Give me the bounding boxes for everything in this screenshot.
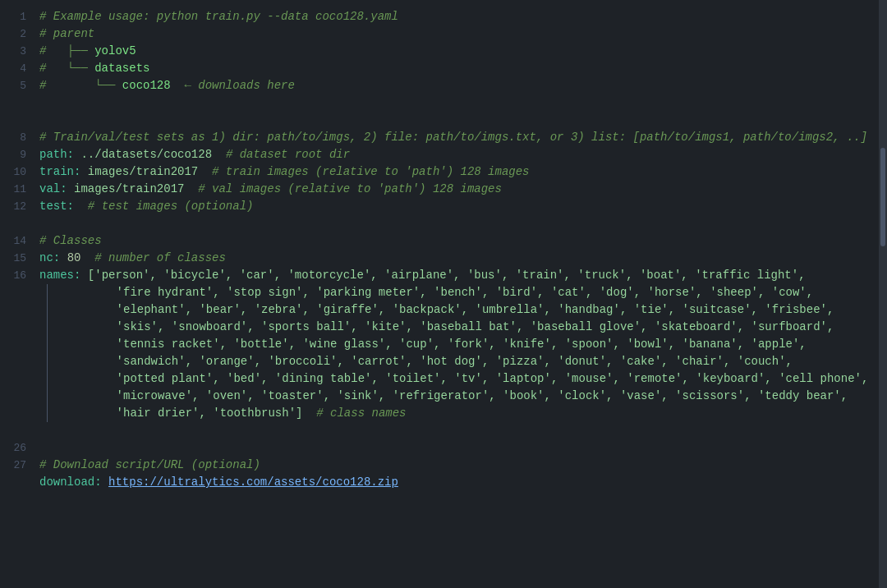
names-block-container: 'fire hydrant', 'stop sign', 'parking me… — [39, 284, 871, 422]
nc-comment: # number of classes — [94, 250, 226, 267]
code-line-3: # ├── yolov5 — [39, 43, 871, 60]
download-key: download: — [39, 474, 102, 491]
download-space — [102, 474, 108, 491]
line-numbers: 1 2 3 4 5 8 9 10 11 12 14 15 16 26 27 — [0, 0, 33, 588]
code-line-empty-5 — [39, 439, 871, 457]
code-line-empty-3 — [39, 215, 871, 232]
code-line-4: # └── datasets — [39, 60, 871, 77]
names-values-1: ['person', 'bicycle', 'car', 'motorcycle… — [88, 267, 806, 284]
train-key: train: — [39, 163, 80, 181]
code-line-12: test: # test images (optional) — [39, 198, 871, 215]
code-line-2: # parent — [39, 25, 871, 43]
scrollbar-thumb[interactable] — [880, 148, 885, 246]
comment-coco128-prefix: # └── — [39, 77, 122, 94]
code-line-18: 'elephant', 'bear', 'zebra', 'giraffe', … — [54, 301, 871, 319]
train-space2 — [198, 163, 212, 181]
names-lines: 'fire hydrant', 'stop sign', 'parking me… — [54, 284, 871, 422]
names-space — [80, 267, 87, 284]
code-line-empty-1 — [39, 94, 871, 112]
comment-usage: # Example usage: python train.py --data … — [39, 8, 398, 25]
test-comment: # test images (optional) — [88, 198, 254, 215]
names-values-7: 'potted plant', 'bed', 'dining table', '… — [54, 370, 868, 388]
editor-container: 1 2 3 4 5 8 9 10 11 12 14 15 16 26 27 # … — [0, 0, 887, 588]
names-values-9-prefix: 'hair drier', 'toothbrush'] — [54, 405, 316, 422]
names-values-4: 'skis', 'snowboard', 'sports ball', 'kit… — [54, 319, 834, 336]
path-comment: # dataset root dir — [226, 146, 350, 163]
train-space — [80, 163, 87, 181]
comment-parent: # parent — [39, 25, 94, 43]
code-line-21: 'sandwich', 'orange', 'broccoli', 'carro… — [54, 353, 871, 370]
code-line-22: 'potted plant', 'bed', 'dining table', '… — [54, 370, 871, 388]
code-line-16: ▶ names: ['person', 'bicycle', 'car', 'm… — [39, 267, 871, 284]
names-key: names: — [39, 267, 80, 284]
nc-space — [60, 250, 67, 267]
comment-yolov5-prefix: # ├── — [39, 43, 94, 60]
download-value: https://ultralytics.com/assets/coco128.z… — [108, 474, 398, 491]
test-key: test: — [39, 198, 74, 215]
code-line-19: 'skis', 'snowboard', 'sports ball', 'kit… — [54, 319, 871, 336]
comment-trainval: # Train/val/test sets as 1) dir: path/to… — [39, 129, 867, 146]
nc-space2 — [80, 250, 94, 267]
code-line-27: download: https://ultralytics.com/assets… — [39, 474, 871, 491]
train-value: images/train2017 — [88, 163, 198, 181]
comment-classes: # Classes — [39, 232, 102, 250]
path-value: ../datasets/coco128 — [80, 146, 212, 163]
scrollbar[interactable] — [879, 0, 887, 588]
names-values-2: 'fire hydrant', 'stop sign', 'parking me… — [54, 284, 813, 301]
code-line-14: # Classes — [39, 232, 871, 250]
code-line-11: val: images/train2017 # val images (rela… — [39, 181, 871, 198]
train-comment: # train images (relative to 'path') 128 … — [212, 163, 529, 181]
code-line-26: # Download script/URL (optional) — [39, 457, 871, 474]
code-line-empty-2 — [39, 112, 871, 129]
code-line-1: # Example usage: python train.py --data … — [39, 8, 871, 25]
comment-download: # Download script/URL (optional) — [39, 457, 260, 474]
code-line-5: # └── coco128 ← downloads here — [39, 77, 871, 94]
path-space — [74, 146, 80, 163]
path-key: path: — [39, 146, 74, 163]
names-values-5: 'tennis racket', 'bottle', 'wine glass',… — [54, 336, 807, 353]
code-line-10: train: images/train2017 # train images (… — [39, 163, 871, 181]
code-line-8: # Train/val/test sets as 1) dir: path/to… — [39, 129, 871, 146]
code-line-20: 'tennis racket', 'bottle', 'wine glass',… — [54, 336, 871, 353]
fold-line — [47, 284, 48, 422]
names-values-3: 'elephant', 'bear', 'zebra', 'giraffe', … — [54, 301, 834, 319]
code-area[interactable]: # Example usage: python train.py --data … — [33, 0, 879, 588]
test-space — [74, 198, 88, 215]
comment-datasets-prefix: # └── — [39, 60, 94, 77]
code-line-empty-4 — [39, 422, 871, 439]
code-line-9: path: ../datasets/coco128 # dataset root… — [39, 146, 871, 163]
code-line-15: nc: 80 # number of classes — [39, 250, 871, 267]
val-space — [67, 181, 74, 198]
names-values-6: 'sandwich', 'orange', 'broccoli', 'carro… — [54, 353, 793, 370]
val-space2 — [184, 181, 198, 198]
nc-key: nc: — [39, 250, 60, 267]
names-values-9-comment: # class names — [316, 405, 406, 422]
path-space2 — [212, 146, 226, 163]
comment-yolov5-value: yolov5 — [94, 43, 136, 60]
code-line-24: 'hair drier', 'toothbrush'] # class name… — [54, 405, 871, 422]
fold-gutter — [39, 284, 54, 422]
nc-value: 80 — [67, 250, 81, 267]
code-line-23: 'microwave', 'oven', 'toaster', 'sink', … — [54, 388, 871, 405]
comment-datasets-value: datasets — [94, 60, 149, 77]
comment-coco128-arrow: ← downloads here — [171, 77, 295, 94]
val-value: images/train2017 — [74, 181, 184, 198]
val-comment: # val images (relative to 'path') 128 im… — [198, 181, 502, 198]
code-line-17: 'fire hydrant', 'stop sign', 'parking me… — [54, 284, 871, 301]
names-values-8: 'microwave', 'oven', 'toaster', 'sink', … — [54, 388, 848, 405]
comment-coco128-value: coco128 — [122, 77, 171, 94]
val-key: val: — [39, 181, 67, 198]
